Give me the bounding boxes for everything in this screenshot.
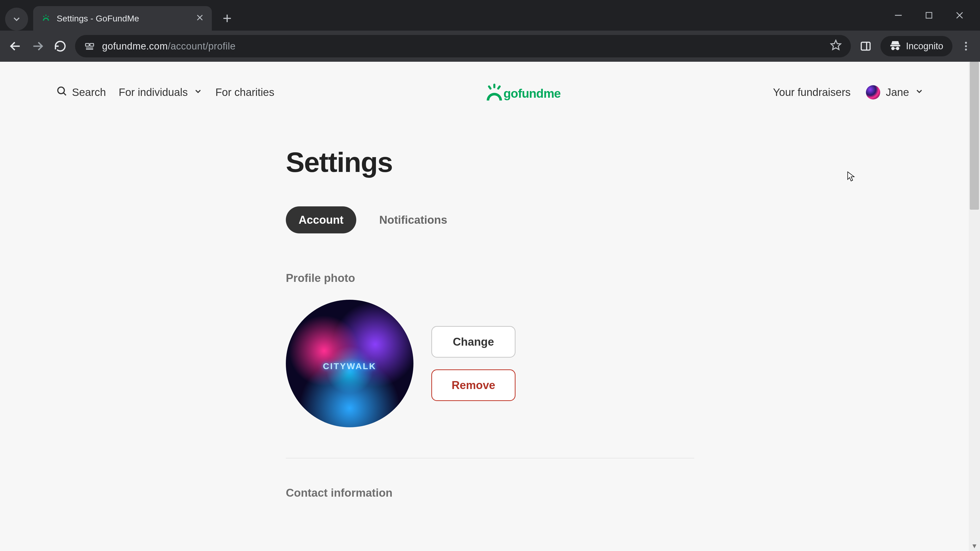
main-content: Settings Account Notifications Profile p… — [286, 146, 694, 499]
nav-your-fundraisers-label: Your fundraisers — [773, 86, 851, 98]
header-left: Search For individuals For charities — [56, 86, 274, 99]
profile-photo-label: Profile photo — [286, 272, 694, 284]
new-tab-button[interactable] — [217, 8, 237, 29]
profile-photo-caption: CITYWALK — [323, 361, 376, 371]
favicon-icon — [41, 13, 51, 24]
browser-titlebar: Settings - GoFundMe — [0, 0, 980, 30]
svg-point-17 — [965, 42, 967, 44]
page-title: Settings — [286, 146, 694, 178]
remove-photo-button[interactable]: Remove — [431, 369, 515, 401]
svg-rect-5 — [926, 13, 932, 18]
contact-information-label: Contact information — [286, 486, 694, 499]
site-info-icon[interactable] — [84, 41, 95, 52]
nav-for-charities[interactable]: For charities — [215, 86, 274, 98]
profile-photo: CITYWALK — [286, 300, 414, 427]
avatar — [866, 85, 880, 100]
minimize-icon[interactable] — [891, 8, 906, 23]
nav-for-individuals-label: For individuals — [119, 86, 188, 98]
side-panel-icon[interactable] — [858, 38, 873, 54]
incognito-icon — [890, 40, 901, 53]
forward-button[interactable] — [30, 38, 45, 54]
scrollbar-thumb[interactable] — [970, 62, 979, 210]
settings-tabs: Account Notifications — [286, 206, 694, 233]
browser-menu-icon[interactable] — [959, 41, 972, 52]
site-header: Search For individuals For charities gof… — [0, 62, 980, 123]
svg-rect-11 — [90, 44, 94, 46]
user-menu[interactable]: Jane — [866, 85, 924, 100]
logo-mark-icon — [487, 84, 502, 100]
url-text: gofundme.com/account/profile — [102, 41, 823, 52]
profile-photo-buttons: Change Remove — [431, 326, 515, 401]
url-path: /account/profile — [168, 41, 235, 52]
nav-for-charities-label: For charities — [215, 86, 274, 98]
browser-toolbar: gofundme.com/account/profile Incognito — [0, 30, 980, 62]
chevron-down-icon — [193, 86, 203, 98]
nav-for-individuals[interactable]: For individuals — [119, 86, 203, 98]
user-name: Jane — [886, 86, 909, 98]
reload-button[interactable] — [52, 38, 68, 54]
section-divider — [286, 458, 694, 458]
maximize-icon[interactable] — [921, 8, 937, 23]
browser-tab-active[interactable]: Settings - GoFundMe — [33, 6, 212, 30]
header-search[interactable]: Search — [56, 86, 106, 99]
bookmark-star-icon[interactable] — [830, 39, 842, 53]
chevron-down-icon — [915, 86, 924, 98]
address-bar[interactable]: gofundme.com/account/profile — [75, 35, 851, 57]
svg-point-19 — [965, 49, 967, 51]
close-window-icon[interactable] — [952, 8, 967, 23]
svg-marker-14 — [831, 40, 841, 49]
tab-title: Settings - GoFundMe — [57, 14, 190, 24]
search-icon — [56, 86, 67, 99]
logo-text: gofundme — [504, 86, 561, 100]
tab-notifications[interactable]: Notifications — [366, 206, 460, 233]
scroll-down-icon[interactable]: ▼ — [969, 541, 980, 551]
incognito-badge[interactable]: Incognito — [880, 36, 953, 56]
incognito-label: Incognito — [906, 41, 943, 52]
url-host: gofundme.com — [102, 41, 168, 52]
svg-point-18 — [965, 45, 967, 47]
window-controls — [891, 0, 980, 23]
profile-photo-row: CITYWALK Change Remove — [286, 300, 694, 427]
tab-close-icon[interactable] — [196, 13, 204, 24]
tab-strip: Settings - GoFundMe — [0, 0, 891, 30]
tab-account[interactable]: Account — [286, 206, 356, 233]
nav-your-fundraisers[interactable]: Your fundraisers — [773, 86, 851, 98]
tab-search-button[interactable] — [5, 8, 28, 30]
svg-point-20 — [58, 87, 64, 94]
svg-rect-15 — [861, 42, 870, 50]
mouse-cursor-icon — [847, 171, 855, 182]
change-photo-button[interactable]: Change — [431, 326, 515, 358]
svg-rect-10 — [86, 44, 89, 46]
header-search-label: Search — [72, 86, 106, 98]
vertical-scrollbar[interactable]: ▲ ▼ — [969, 62, 980, 551]
header-center: gofundme — [290, 84, 758, 100]
svg-line-21 — [64, 93, 66, 95]
back-button[interactable] — [8, 38, 23, 54]
page-viewport: Search For individuals For charities gof… — [0, 62, 980, 551]
header-right: Your fundraisers Jane — [773, 85, 924, 100]
gofundme-logo[interactable]: gofundme — [487, 84, 561, 100]
